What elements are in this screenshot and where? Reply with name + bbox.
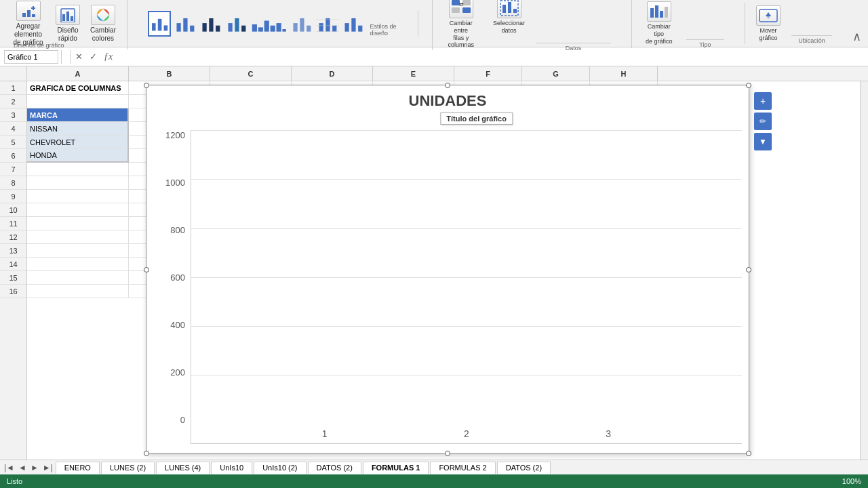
handle-bc[interactable] — [445, 451, 450, 456]
chart-style-btn[interactable]: ✏ — [754, 113, 772, 130]
cell-a14[interactable] — [27, 258, 129, 271]
scrollbar-right[interactable] — [860, 81, 868, 488]
cell-a4[interactable]: NISSAN — [27, 122, 129, 136]
confirm-btn[interactable]: ✓ — [87, 52, 99, 62]
sheet-tab-unis10[interactable]: UnIs10 — [211, 462, 252, 474]
row-num-12[interactable]: 12 — [0, 230, 26, 244]
seleccionar-datos-btn[interactable]: Seleccionardatos — [489, 0, 529, 52]
mover-grafico-btn[interactable]: Movergráfico — [752, 3, 785, 45]
handle-tl[interactable] — [144, 83, 149, 88]
formula-input[interactable] — [117, 50, 864, 64]
cell-a2[interactable] — [27, 95, 129, 108]
style-2[interactable] — [174, 11, 197, 37]
row-num-4[interactable]: 4 — [0, 122, 26, 136]
sheet-tab-datos2b[interactable]: DATOS (2) — [497, 462, 551, 474]
cell-a12[interactable] — [27, 230, 129, 244]
sheet-tab-enero[interactable]: ENERO — [56, 462, 100, 474]
col-header-e[interactable]: E — [373, 66, 454, 81]
cambiar-filas-col-btn[interactable]: ⇄ Cambiar entrefilas y columnas — [439, 0, 482, 52]
row-num-5[interactable]: 5 — [0, 136, 26, 149]
style-1[interactable] — [148, 11, 171, 37]
handle-tc[interactable] — [445, 83, 450, 88]
cell-a9[interactable] — [27, 190, 129, 203]
collapse-toolbar-btn[interactable]: ∧ — [852, 29, 861, 47]
row-num-9[interactable]: 9 — [0, 190, 26, 203]
row-num-10[interactable]: 10 — [0, 203, 26, 217]
cambiar-tipo-btn[interactable]: Cambiar tipode gráfico — [639, 0, 679, 48]
col-header-a[interactable]: A — [27, 66, 129, 81]
svg-rect-28 — [293, 23, 297, 32]
handle-ml[interactable] — [144, 267, 149, 272]
handle-mr[interactable] — [746, 267, 751, 272]
tab-prev-btn[interactable]: ◄ — [17, 463, 28, 472]
sheet-tab-formulas1[interactable]: FORMULAS 1 — [363, 462, 429, 474]
x-label-3: 3 — [580, 428, 637, 439]
col-header-c[interactable]: C — [210, 66, 292, 81]
col-header-h[interactable]: H — [590, 66, 658, 81]
cell-a5[interactable]: CHEVROLET — [27, 136, 129, 149]
tab-first-btn[interactable]: |◄ — [3, 463, 16, 472]
cambiar-colores-btn[interactable]: Cambiarcolores — [86, 2, 120, 45]
cell-a8[interactable] — [27, 176, 129, 190]
col-header-b[interactable]: B — [129, 66, 210, 81]
sheet-tab-datos2[interactable]: DATOS (2) — [308, 462, 361, 474]
x-label-1: 1 — [296, 428, 353, 439]
chart-filter-btn[interactable]: ▼ — [754, 133, 772, 150]
sheet-tab-lunes2[interactable]: LUNES (2) — [101, 462, 155, 474]
row-num-14[interactable]: 14 — [0, 258, 26, 271]
col-header-g[interactable]: G — [522, 66, 590, 81]
y-label-1000: 1000 — [165, 178, 185, 188]
style-8[interactable] — [342, 11, 365, 37]
svg-rect-51 — [660, 11, 663, 18]
col-header-f[interactable]: F — [454, 66, 522, 81]
row-num-11[interactable]: 11 — [0, 217, 26, 230]
name-box[interactable]: Gráfico 1 — [4, 50, 58, 64]
row-num-1[interactable]: 1 — [0, 81, 26, 95]
cell-a11[interactable] — [27, 217, 129, 230]
cell-a13[interactable] — [27, 244, 129, 258]
chart-container[interactable]: + ✏ ▼ UNIDADES Título del gráfico — [146, 85, 749, 454]
row-num-3[interactable]: 3 — [0, 108, 26, 122]
handle-tr[interactable] — [746, 83, 751, 88]
cell-a6[interactable]: HONDA — [27, 149, 129, 163]
svg-rect-31 — [319, 23, 323, 32]
row-num-2[interactable]: 2 — [0, 95, 26, 108]
zoom-level: 100% — [842, 477, 861, 485]
col-header-d[interactable]: D — [292, 66, 373, 81]
style-4[interactable] — [225, 11, 248, 37]
handle-br[interactable] — [746, 451, 751, 456]
handle-bl[interactable] — [144, 451, 149, 456]
cell-a16[interactable] — [27, 285, 129, 298]
tab-next-btn[interactable]: ► — [29, 463, 40, 472]
cancel-btn[interactable]: ✕ — [73, 52, 85, 62]
cell-a15[interactable] — [27, 271, 129, 285]
row-num-8[interactable]: 8 — [0, 176, 26, 190]
svg-rect-39 — [358, 25, 362, 31]
row-num-13[interactable]: 13 — [0, 244, 26, 258]
x-axis: 1 2 3 — [191, 424, 742, 443]
sheet-tab-lunes4[interactable]: LUNES (4) — [156, 462, 210, 474]
style-6[interactable] — [290, 11, 313, 37]
style-7[interactable] — [316, 11, 339, 37]
estilos-section-label: Estilos de diseño — [370, 23, 412, 37]
row-num-15[interactable]: 15 — [0, 271, 26, 285]
chart-title[interactable]: UNIDADES Título del gráfico — [153, 92, 742, 110]
row-num-7[interactable]: 7 — [0, 163, 26, 176]
style-3[interactable] — [199, 11, 222, 37]
cambiar-filas-label: Cambiar entrefilas y columnas — [443, 20, 478, 49]
tab-last-btn[interactable]: ►| — [41, 463, 54, 472]
row-num-6[interactable]: 6 — [0, 149, 26, 163]
cell-a10[interactable] — [27, 203, 129, 217]
cell-a1[interactable]: GRAFICA DE COLUMNAS — [27, 81, 129, 95]
style-5[interactable] — [251, 11, 288, 37]
cell-a7[interactable] — [27, 163, 129, 176]
insert-func-btn[interactable]: ƒx — [102, 52, 115, 62]
cell-a3[interactable]: MARCA — [27, 108, 129, 122]
chart-add-element-btn[interactable]: + — [754, 92, 772, 110]
sheet-tab-formulas2[interactable]: FORMULAS 2 — [430, 462, 495, 474]
row-num-16[interactable]: 16 — [0, 285, 26, 298]
sheet-tab-bar: |◄ ◄ ► ►| ENERO LUNES (2) LUNES (4) UnIs… — [0, 460, 868, 474]
diseño-rapido-btn[interactable]: Diseñorápido — [52, 2, 84, 45]
sheet-tab-unis10-2[interactable]: UnIs10 (2) — [254, 462, 306, 474]
svg-marker-55 — [766, 15, 771, 19]
